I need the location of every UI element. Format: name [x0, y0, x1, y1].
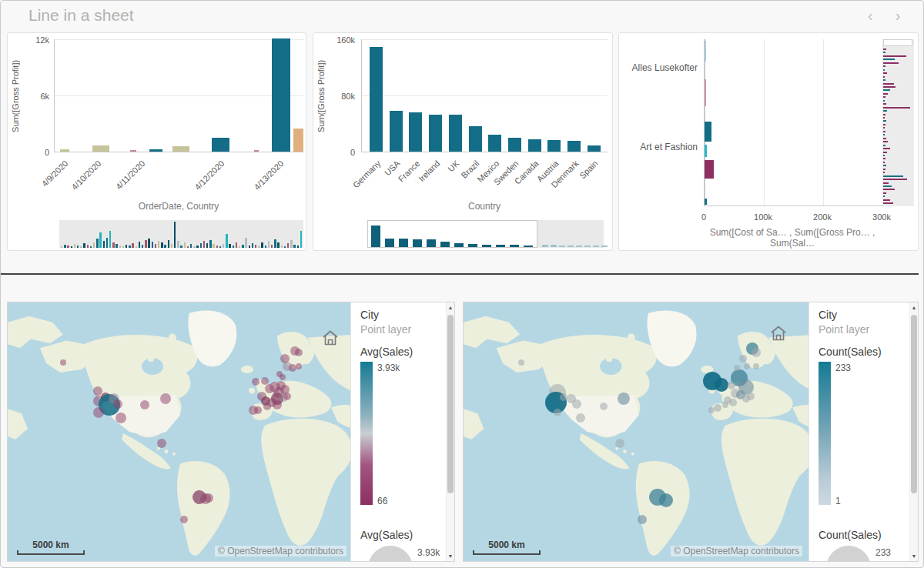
bar[interactable] [705, 41, 706, 62]
scroll-down-icon[interactable]: ▼ [447, 553, 454, 559]
legend-scrollbar[interactable]: ▲ ▼ [909, 302, 918, 561]
map-data-point[interactable] [600, 403, 608, 410]
bar[interactable] [469, 126, 482, 152]
scroll-up-icon[interactable]: ▲ [910, 305, 918, 310]
map-data-point[interactable] [638, 515, 647, 524]
map-data-point[interactable] [554, 409, 561, 416]
map-data-point[interactable] [160, 393, 171, 404]
plot-area[interactable] [54, 39, 303, 152]
map-data-point[interactable] [93, 407, 104, 418]
plot-area[interactable] [361, 39, 608, 152]
map-data-point[interactable] [753, 363, 759, 369]
bar[interactable] [705, 160, 714, 179]
map-data-point[interactable] [618, 393, 630, 405]
map-data-point[interactable] [729, 399, 737, 406]
scrollbar-thumb[interactable] [911, 315, 917, 493]
legend-max-value: 233 [835, 363, 851, 373]
map-data-point[interactable] [283, 393, 291, 400]
map-data-point[interactable] [744, 363, 750, 369]
bar[interactable] [390, 111, 403, 152]
chart-navigator[interactable] [59, 220, 303, 248]
bar[interactable] [705, 145, 707, 157]
map-data-point[interactable] [140, 400, 149, 409]
map-data-point[interactable] [180, 516, 188, 523]
map-data-point[interactable] [752, 348, 761, 357]
map-data-point[interactable] [576, 413, 585, 423]
map-data-point[interactable] [715, 378, 728, 392]
bar[interactable] [272, 38, 290, 152]
map-data-point[interactable] [296, 363, 302, 369]
bar[interactable] [429, 115, 442, 152]
legend-scrollbar[interactable]: ▲ ▼ [446, 302, 454, 561]
map-data-point[interactable] [659, 493, 673, 507]
x-axis-title: Sum([Cost of Sa… , Sum([Gross Pro… , Sum… [696, 227, 889, 249]
chart-navigator[interactable] [883, 39, 914, 206]
map-data-point[interactable] [708, 407, 715, 413]
map-data-point[interactable] [615, 439, 624, 448]
osm-attribution[interactable]: © OpenStreetMap contributors [671, 546, 802, 556]
navigator-bar [883, 103, 886, 105]
bar[interactable] [409, 112, 422, 152]
bar[interactable] [567, 141, 581, 152]
bar[interactable] [254, 150, 259, 152]
map-data-point[interactable] [254, 406, 262, 414]
scrollbar-thumb[interactable] [447, 315, 454, 493]
map-data-point[interactable] [714, 404, 721, 412]
map-home-icon[interactable] [767, 322, 790, 346]
chart-navigator[interactable] [367, 220, 604, 248]
bar[interactable] [705, 199, 707, 205]
barchart-gross-profit-by-country[interactable]: Sum([Gross Profit]) Country 160k80k0Germ… [313, 32, 613, 251]
bar[interactable] [60, 149, 69, 152]
y-tick-label: 160k [326, 35, 355, 45]
bar[interactable] [449, 115, 462, 152]
navigator-bar [255, 245, 256, 248]
navigator-bar [90, 246, 92, 248]
bar[interactable] [508, 138, 521, 152]
bar[interactable] [149, 149, 162, 152]
bar[interactable] [705, 122, 711, 142]
prev-sheet-icon[interactable]: ‹ [859, 7, 882, 25]
osm-attribution[interactable]: © OpenStreetMap contributors [215, 546, 346, 556]
color-legend-title: Avg(Sales) [360, 346, 413, 358]
map-data-point[interactable] [60, 359, 66, 366]
barchart-gross-profit-by-orderdate[interactable]: Sum([Gross Profit]) OrderDate, Country 1… [7, 32, 306, 251]
bar[interactable] [705, 79, 706, 106]
map-data-point[interactable] [116, 413, 126, 423]
bar[interactable] [547, 140, 561, 152]
bar[interactable] [528, 139, 541, 152]
navigator-window[interactable] [883, 39, 912, 46]
map-home-icon[interactable] [319, 327, 342, 350]
scroll-down-icon[interactable]: ▼ [910, 553, 918, 559]
next-sheet-icon[interactable]: › [886, 7, 909, 25]
bar[interactable] [588, 145, 601, 152]
scroll-up-icon[interactable]: ▲ [447, 305, 454, 310]
map-data-point[interactable] [280, 374, 286, 380]
map-data-point[interactable] [734, 365, 740, 371]
bar[interactable] [488, 135, 501, 152]
map-data-point[interactable] [739, 355, 747, 363]
bar[interactable] [293, 129, 303, 152]
map-data-point[interactable] [518, 359, 524, 366]
bar[interactable] [370, 47, 383, 152]
bar[interactable] [92, 145, 109, 152]
bar[interactable] [130, 150, 136, 152]
map-count-sales[interactable]: 5000 km © OpenStreetMap contributors Cit… [463, 302, 919, 562]
layer-subtitle: Point layer [819, 323, 869, 336]
plot-area[interactable] [704, 39, 883, 206]
navigator-bar [883, 182, 889, 184]
map-data-point[interactable] [295, 349, 303, 356]
map-avg-sales[interactable]: 5000 km © OpenStreetMap contributors Cit… [7, 302, 455, 562]
navigator-bar [883, 65, 886, 67]
map-data-point[interactable] [252, 378, 259, 386]
map-data-point[interactable] [204, 493, 213, 503]
bar[interactable] [172, 146, 189, 152]
map-data-point[interactable] [113, 399, 122, 409]
map-data-point[interactable] [263, 403, 271, 410]
navigator-bar [112, 242, 114, 248]
map-data-point[interactable] [572, 399, 581, 409]
map-data-point[interactable] [722, 402, 728, 408]
map-data-point[interactable] [157, 439, 166, 448]
bar[interactable] [212, 138, 229, 152]
barchart-measures-by-customer[interactable]: Sum([Cost of Sa… , Sum([Gross Pro… , Sum… [618, 32, 919, 251]
map-data-point[interactable] [747, 393, 755, 400]
